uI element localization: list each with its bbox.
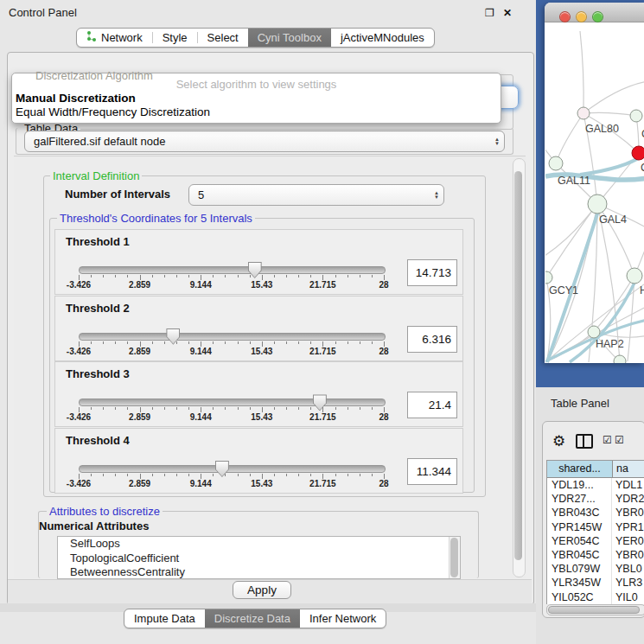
- apply-button[interactable]: Apply: [233, 581, 291, 599]
- table-row[interactable]: YLR345WYLR3: [547, 576, 644, 590]
- settings-vertical-scrollbar[interactable]: [513, 158, 526, 577]
- checkbox-icon[interactable]: ☑: [615, 434, 624, 446]
- table-row[interactable]: YIL052CYIL0: [547, 590, 644, 604]
- list-scrollbar[interactable]: [449, 537, 460, 578]
- interval-definition-label: Interval Definition: [50, 169, 142, 182]
- table-row[interactable]: YBR045CYBR0: [547, 548, 644, 562]
- cell-name[interactable]: YER0: [612, 534, 644, 548]
- threshold-label: Threshold 1: [66, 235, 130, 248]
- threshold-value-field[interactable]: 6.316: [407, 326, 457, 353]
- algorithm-option-equal-width[interactable]: Equal Width/Frequency Discretization: [15, 105, 498, 119]
- float-window-icon[interactable]: ❐: [485, 7, 494, 19]
- cell-shared-name[interactable]: YLR345W: [547, 576, 612, 590]
- threshold-value-field[interactable]: 21.4: [407, 392, 457, 418]
- network-canvas[interactable]: GAL80GACGAL11GAL4GCY1HHAP2: [545, 22, 644, 363]
- tab-label: Infer Network: [309, 609, 376, 628]
- cell-shared-name[interactable]: YER054C: [547, 534, 612, 548]
- table-row[interactable]: YPR145WYPR1: [547, 520, 644, 534]
- number-of-intervals-combobox[interactable]: 5 ▲▼: [188, 184, 444, 206]
- network-node-ga[interactable]: [630, 110, 642, 122]
- network-node-gcy1[interactable]: [545, 271, 552, 284]
- scrollbar-thumb[interactable]: [450, 538, 458, 577]
- network-icon: [86, 29, 97, 47]
- cell-shared-name[interactable]: YBR045C: [547, 548, 612, 562]
- table-horizontal-scrollbar[interactable]: [546, 604, 644, 615]
- attribute-list-item[interactable]: BetweennessCentrality: [58, 565, 460, 579]
- numerical-attributes-list[interactable]: SelfLoopsTopologicalCoefficientBetweenne…: [57, 536, 461, 579]
- tab-cyni-toolbox[interactable]: Cyni Toolbox: [248, 29, 331, 47]
- tab-discretize-data[interactable]: Discretize Data: [205, 609, 300, 628]
- cell-name[interactable]: YIL0: [612, 590, 644, 604]
- cell-name[interactable]: YBR0: [612, 506, 644, 520]
- minimize-traffic-light-icon[interactable]: [576, 11, 587, 22]
- node-label: GAL80: [585, 123, 619, 135]
- split-columns-icon[interactable]: [576, 434, 593, 449]
- node-label: C: [641, 162, 644, 174]
- combo-arrows-icon: ▲▼: [490, 137, 504, 146]
- network-window-titlebar[interactable]: [545, 3, 644, 22]
- algorithm-option-manual[interactable]: Manual Discretization: [15, 92, 498, 105]
- table-row[interactable]: YER054CYER0: [547, 534, 644, 548]
- cell-shared-name[interactable]: YBR043C: [547, 506, 612, 520]
- threshold-slider[interactable]: [79, 465, 386, 473]
- checkbox-icon[interactable]: ☑: [603, 434, 612, 446]
- gear-icon[interactable]: ⚙: [552, 432, 565, 450]
- threshold-value-field[interactable]: 11.344: [407, 458, 457, 485]
- combo-arrows-icon: ▲▼: [430, 191, 443, 200]
- cell-name[interactable]: YPR1: [612, 520, 644, 534]
- table-row[interactable]: YBL079WYBL0: [547, 562, 644, 576]
- network-desktop: GAL80GACGAL11GAL4GCY1HHAP2: [536, 0, 644, 387]
- table-row[interactable]: YDR27...YDR2: [547, 492, 644, 506]
- tab-infer-network[interactable]: Infer Network: [300, 609, 386, 628]
- node-attribute-table[interactable]: shared... na YDL19...YDL1YDR27...YDR2YBR…: [546, 460, 644, 604]
- threshold-panel-2: Threshold 2-3.4262.8599.14415.4321.71528…: [54, 296, 463, 361]
- threshold-slider[interactable]: [79, 266, 386, 274]
- column-header-name[interactable]: na: [613, 461, 644, 477]
- table-header-row: shared... na: [547, 461, 644, 478]
- zoom-traffic-light-icon[interactable]: [592, 11, 603, 22]
- table-row[interactable]: YDL19...YDL1: [547, 478, 644, 492]
- scrollbar-thumb[interactable]: [548, 606, 640, 614]
- threshold-label: Threshold 3: [66, 367, 130, 380]
- network-node-c[interactable]: [632, 146, 644, 160]
- threshold-panel-4: Threshold 4-3.4262.8599.14415.4321.71528…: [54, 428, 463, 494]
- threshold-slider[interactable]: [79, 333, 386, 341]
- tab-style[interactable]: Style: [153, 29, 197, 47]
- column-header-shared[interactable]: shared...: [547, 461, 613, 477]
- cell-shared-name[interactable]: YDR27...: [547, 492, 612, 506]
- cell-name[interactable]: YDL1: [612, 478, 644, 492]
- close-traffic-light-icon[interactable]: [559, 11, 571, 22]
- table-row[interactable]: YBR043CYBR0: [547, 506, 644, 520]
- network-node[interactable]: [614, 355, 626, 363]
- app-root: Control Panel ❐ ✕ NetworkStyleSelectCyni…: [0, 0, 644, 644]
- threshold-value-field[interactable]: 14.713: [407, 259, 457, 286]
- threshold-slider[interactable]: [79, 399, 386, 406]
- cell-name[interactable]: YDR2: [612, 492, 644, 506]
- tab-jactivemnodules[interactable]: jActiveMNodules: [331, 29, 434, 47]
- cell-shared-name[interactable]: YDL19...: [547, 478, 612, 492]
- tab-network[interactable]: Network: [77, 29, 152, 47]
- tab-label: Discretize Data: [214, 609, 290, 628]
- table-data-combobox[interactable]: galFiltered.sif default node ▲▼: [24, 131, 505, 152]
- cell-shared-name[interactable]: YIL052C: [547, 590, 612, 604]
- network-node-h[interactable]: [627, 268, 642, 284]
- cell-shared-name[interactable]: YPR145W: [547, 520, 612, 534]
- attributes-group-label: Attributes to discretize: [47, 505, 163, 518]
- cell-shared-name[interactable]: YBL079W: [547, 562, 612, 576]
- tab-select[interactable]: Select: [198, 29, 248, 47]
- cell-name[interactable]: YLR3: [612, 576, 644, 590]
- tab-impute-data[interactable]: Impute Data: [124, 609, 205, 628]
- network-node-gal80[interactable]: [577, 107, 590, 119]
- table-panel-title: Table Panel: [551, 397, 609, 410]
- attribute-list-item[interactable]: TopologicalCoefficient: [58, 552, 460, 566]
- close-window-icon[interactable]: ✕: [503, 7, 512, 19]
- scrollbar-thumb[interactable]: [514, 171, 522, 560]
- number-of-intervals-label: Number of Intervals: [65, 188, 170, 201]
- network-node-gal4[interactable]: [588, 194, 607, 214]
- table-data-value: galFiltered.sif default node: [25, 135, 490, 148]
- cell-name[interactable]: YBR0: [612, 548, 644, 562]
- network-node-hap2[interactable]: [588, 326, 600, 338]
- attribute-list-item[interactable]: SelfLoops: [58, 537, 460, 552]
- network-node-gal11[interactable]: [549, 156, 563, 170]
- cell-name[interactable]: YBL0: [612, 562, 644, 576]
